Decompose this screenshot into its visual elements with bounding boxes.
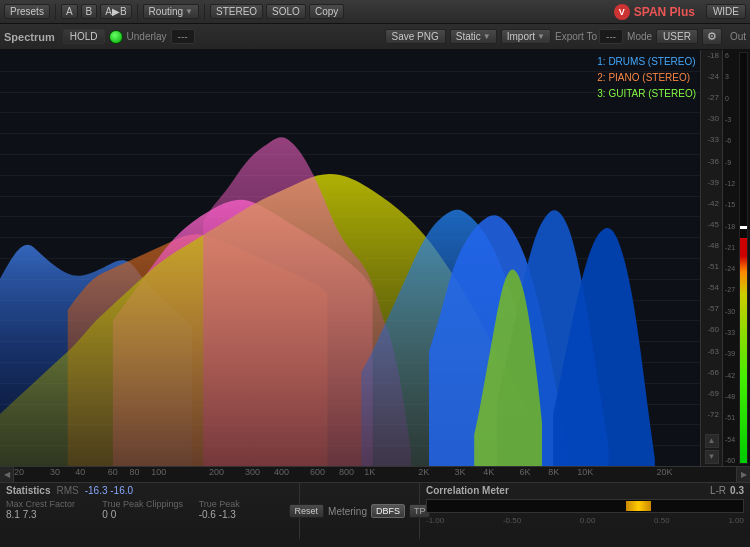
- correlation-meter-bar: [426, 499, 744, 513]
- vu-meter: 6 3 0 -3 -6 -9 -12 -15 -18 -21 -24 -27 -…: [722, 50, 750, 466]
- db-label-66: -66: [701, 369, 722, 377]
- vu-green-bar: [740, 238, 747, 464]
- legend: 1: DRUMS (STEREO) 2: PIANO (STEREO) 3: G…: [597, 54, 696, 102]
- vu-m15: -15: [723, 201, 739, 208]
- db-label-45: -45: [701, 221, 722, 229]
- freq-80: 80: [130, 467, 140, 477]
- ab-button[interactable]: A▶B: [100, 4, 131, 19]
- metering-label: Metering: [328, 506, 367, 517]
- statistics-tab[interactable]: Statistics: [6, 485, 50, 496]
- hold-led[interactable]: [109, 30, 123, 44]
- user-button[interactable]: USER: [656, 29, 698, 44]
- db-label-51: -51: [701, 263, 722, 271]
- dbfs-button[interactable]: DBFS: [371, 504, 405, 518]
- presets-button[interactable]: Presets: [4, 4, 50, 19]
- lr-label: L-R: [710, 485, 726, 496]
- routing-button[interactable]: Routing▼: [143, 4, 199, 19]
- db-scale: -18 -24 -27 -30 -33 -36 -39 -42 -45 -48 …: [700, 50, 722, 466]
- correlation-tab[interactable]: Correlation Meter: [426, 485, 509, 496]
- peak-clippings-values: 0 0: [102, 509, 196, 520]
- freq-20: 20: [14, 467, 24, 477]
- legend-drums: 1: DRUMS (STEREO): [597, 54, 696, 70]
- freq-800: 800: [339, 467, 354, 477]
- stereo-button[interactable]: STEREO: [210, 4, 263, 19]
- sep2: [137, 4, 138, 20]
- freq-30: 30: [50, 467, 60, 477]
- db-label-69: -69: [701, 390, 722, 398]
- static-button[interactable]: Static ▼: [450, 29, 497, 44]
- static-chevron: ▼: [483, 32, 491, 41]
- spectrum-container[interactable]: 1: DRUMS (STEREO) 2: PIANO (STEREO) 3: G…: [0, 50, 700, 466]
- max-crest-values: 8.1 7.3: [6, 509, 100, 520]
- underlay-label: Underlay: [127, 31, 167, 42]
- underlay-value: ---: [171, 29, 195, 44]
- hold-button[interactable]: HOLD: [63, 29, 105, 44]
- top-toolbar: Presets A B A▶B Routing▼ STEREO SOLO Cop…: [0, 0, 750, 24]
- routing-chevron: ▼: [185, 7, 193, 16]
- correlation-section: Correlation Meter L-R 0.3 -1.00 -0.50 0.…: [420, 483, 750, 539]
- vu-m24: -24: [723, 265, 739, 272]
- save-png-button[interactable]: Save PNG: [385, 29, 446, 44]
- freq-3k: 3K: [454, 467, 465, 477]
- vu-m60: -60: [723, 457, 739, 464]
- vu-m51: -51: [723, 414, 739, 421]
- mode-label: Mode: [627, 31, 652, 42]
- db-scroll-up[interactable]: ▲: [705, 434, 719, 448]
- db-label-18: -18: [701, 52, 722, 60]
- a-button[interactable]: A: [61, 4, 78, 19]
- b-button[interactable]: B: [81, 4, 98, 19]
- vu-m42: -42: [723, 372, 739, 379]
- second-toolbar: Spectrum HOLD Underlay --- Save PNG Stat…: [0, 24, 750, 50]
- vu-m18: -18: [723, 223, 739, 230]
- solo-button[interactable]: SOLO: [266, 4, 306, 19]
- vu-3: 3: [723, 73, 739, 80]
- freq-6k: 6K: [519, 467, 530, 477]
- db-label-57: -57: [701, 305, 722, 313]
- vu-m3: -3: [723, 116, 739, 123]
- corr-indicator: [626, 501, 651, 511]
- freq-nav: ◀ 20 30 40 60 80 100 200 300 400 600 800…: [0, 466, 750, 482]
- wide-button[interactable]: WIDE: [706, 4, 746, 19]
- freq-4k: 4K: [483, 467, 494, 477]
- legend-piano: 2: PIANO (STEREO): [597, 70, 696, 86]
- db-label-27: -27: [701, 94, 722, 102]
- db-label-39: -39: [701, 179, 722, 187]
- vu-peak-marker: [740, 226, 747, 229]
- reset-button[interactable]: Reset: [289, 504, 325, 518]
- spectrum-label: Spectrum: [4, 31, 55, 43]
- vu-m21: -21: [723, 244, 739, 251]
- vu-m6: -6: [723, 137, 739, 144]
- freq-1k: 1K: [364, 467, 375, 477]
- db-label-24: -24: [701, 73, 722, 81]
- freq-right-arrow[interactable]: ▶: [736, 467, 750, 482]
- freq-60: 60: [108, 467, 118, 477]
- metering-section: Reset Metering DBFS TP: [300, 483, 420, 539]
- import-chevron: ▼: [537, 32, 545, 41]
- db-scroll-down[interactable]: ▼: [705, 450, 719, 464]
- legend-guitar: 3: GUITAR (STEREO): [597, 86, 696, 102]
- logo-icon: V: [614, 4, 630, 20]
- db-label-63: -63: [701, 348, 722, 356]
- corr-labels: -1.00 -0.50 0.00 0.50 1.00: [426, 516, 744, 525]
- vu-m30: -30: [723, 308, 739, 315]
- db-label-54: -54: [701, 284, 722, 292]
- freq-300: 300: [245, 467, 260, 477]
- vu-6: 6: [723, 52, 739, 59]
- freq-left-arrow[interactable]: ◀: [0, 467, 14, 482]
- freq-20k: 20K: [657, 467, 673, 477]
- lr-display: L-R 0.3: [710, 485, 744, 496]
- vu-m39: -39: [723, 350, 739, 357]
- freq-200: 200: [209, 467, 224, 477]
- freq-100: 100: [151, 467, 166, 477]
- out-label: Out: [730, 31, 746, 42]
- sep1: [55, 4, 56, 20]
- freq-400: 400: [274, 467, 289, 477]
- export-area: Export To ---: [555, 29, 623, 44]
- max-crest-item: Max Crest Factor 8.1 7.3: [6, 499, 100, 520]
- freq-10k: 10K: [577, 467, 593, 477]
- copy-button[interactable]: Copy: [309, 4, 344, 19]
- freq-40: 40: [75, 467, 85, 477]
- gear-button[interactable]: ⚙: [702, 28, 722, 45]
- import-button[interactable]: Import ▼: [501, 29, 551, 44]
- freq-2k: 2K: [418, 467, 429, 477]
